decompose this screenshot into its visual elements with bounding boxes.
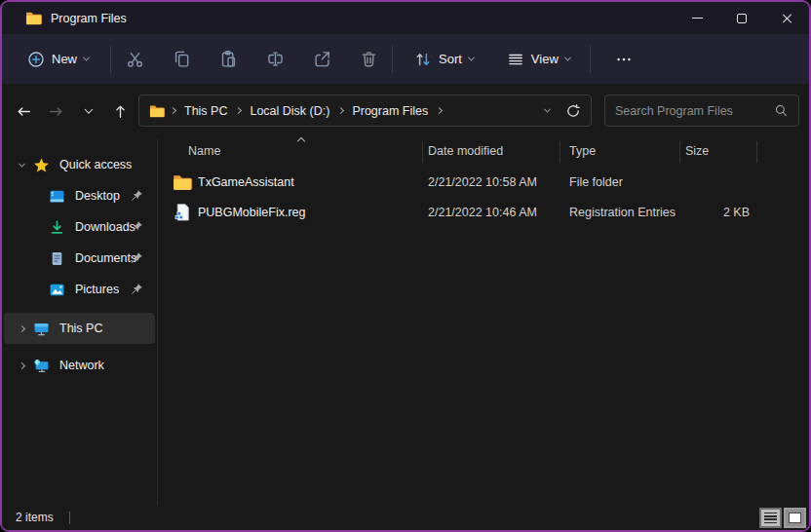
search-placeholder: Search Program Files: [615, 104, 733, 118]
breadcrumb-local-disk-d[interactable]: Local Disk (D:): [247, 104, 332, 118]
file-name: TxGameAssistant: [198, 175, 294, 189]
column-headers: Name Date modified Type Size: [158, 138, 809, 166]
download-icon: [49, 219, 65, 236]
file-name: PUBGMobileFix.reg: [198, 206, 305, 219]
details-view-icon: [764, 513, 777, 523]
title-bar: Program Files: [2, 2, 809, 34]
details-view-button[interactable]: [759, 508, 782, 528]
sidebar-item-label: Downloads: [75, 220, 135, 234]
command-bar: New: [2, 34, 809, 84]
sort-button-label: Sort: [439, 52, 462, 66]
sidebar-item-desktop[interactable]: Desktop: [4, 180, 155, 211]
file-type: File folder: [569, 175, 623, 189]
chevron-down-icon: [564, 55, 571, 61]
copy-icon: [173, 50, 191, 68]
new-button-label: New: [52, 52, 77, 66]
this-pc-icon: [33, 321, 50, 337]
pin-icon: [131, 251, 143, 264]
items-count: 2 items: [16, 511, 54, 524]
chevron-right-icon: [18, 361, 24, 368]
sort-ascending-icon: [297, 137, 305, 145]
sidebar-item-this-pc[interactable]: This PC: [4, 313, 155, 344]
column-header-name[interactable]: Name: [188, 144, 220, 158]
refresh-icon[interactable]: [565, 103, 581, 119]
up-button[interactable]: [105, 96, 135, 127]
search-icon: [774, 103, 789, 118]
back-button[interactable]: [9, 96, 39, 127]
breadcrumb-this-pc[interactable]: This PC: [181, 104, 230, 118]
breadcrumb-chevron-icon: [337, 107, 344, 114]
breadcrumb-chevron-icon: [436, 107, 443, 114]
sidebar-item-documents[interactable]: Documents: [4, 243, 155, 274]
cut-icon: [126, 50, 144, 68]
explorer-window: Program Files New: [0, 0, 811, 532]
breadcrumb-chevron-icon: [235, 107, 242, 114]
delete-icon: [360, 50, 378, 68]
navigation-buttons: [9, 96, 135, 127]
column-header-size[interactable]: Size: [685, 144, 709, 158]
see-more-button[interactable]: [600, 42, 647, 77]
new-button[interactable]: New: [18, 42, 98, 77]
column-divider[interactable]: [422, 141, 423, 163]
sidebar-item-downloads[interactable]: Downloads: [4, 211, 155, 243]
column-divider[interactable]: [560, 141, 560, 163]
rename-icon: [266, 50, 285, 68]
column-header-type[interactable]: Type: [569, 144, 596, 158]
recent-locations-button[interactable]: [73, 96, 103, 127]
sidebar-item-label: Documents: [75, 251, 136, 265]
plus-circle-icon: [27, 51, 45, 68]
folder-icon: [25, 10, 42, 26]
view-button[interactable]: View: [497, 42, 580, 77]
close-icon: [781, 13, 792, 24]
ellipsis-icon: [615, 51, 633, 68]
chevron-down-icon: [18, 160, 24, 167]
address-row: This PC Local Disk (D:) Program Files Se…: [2, 84, 809, 138]
rename-button[interactable]: [251, 42, 298, 77]
document-icon: [49, 250, 65, 267]
large-icons-view-icon: [789, 513, 801, 523]
column-header-date-modified[interactable]: Date modified: [428, 144, 503, 158]
sidebar-item-network[interactable]: Network: [4, 350, 155, 381]
sidebar-item-label: Pictures: [75, 283, 119, 296]
up-arrow-icon: [112, 103, 129, 120]
address-bar[interactable]: This PC Local Disk (D:) Program Files: [138, 95, 592, 127]
chevron-down-icon: [83, 55, 90, 61]
pin-icon: [131, 189, 143, 202]
status-bar: 2 items: [2, 505, 809, 530]
file-date-modified: 2/21/2022 10:46 AM: [428, 206, 537, 219]
sidebar-item-label: Network: [59, 359, 104, 372]
share-button[interactable]: [298, 42, 345, 77]
folder-icon: [173, 172, 192, 192]
large-icons-view-button[interactable]: [784, 508, 806, 528]
network-icon: [33, 358, 50, 374]
file-row-pubgmobilefix-reg[interactable]: PUBGMobileFix.reg 2/21/2022 10:46 AM Reg…: [160, 198, 803, 228]
sidebar-item-quick-access[interactable]: Quick access: [4, 149, 155, 180]
forward-button[interactable]: [41, 96, 71, 127]
copy-button[interactable]: [158, 42, 205, 77]
sidebar-item-label: Desktop: [75, 189, 120, 203]
registry-file-icon: [173, 203, 192, 222]
toolbar-separator: [590, 46, 591, 73]
column-divider[interactable]: [679, 141, 680, 163]
delete-button[interactable]: [345, 42, 392, 77]
file-date-modified: 2/21/2022 10:58 AM: [428, 175, 537, 189]
breadcrumb-chevron-icon: [170, 107, 176, 114]
forward-arrow-icon: [48, 103, 64, 120]
breadcrumb-program-files[interactable]: Program Files: [349, 104, 431, 118]
view-toggles: [759, 508, 806, 528]
paste-button[interactable]: [205, 42, 251, 77]
pin-icon: [131, 283, 143, 295]
content-area: Quick access Desktop Do: [2, 138, 809, 505]
column-divider[interactable]: [756, 141, 757, 163]
sidebar-item-pictures[interactable]: Pictures: [4, 274, 155, 305]
search-box[interactable]: Search Program Files: [604, 95, 799, 127]
address-bar-actions: [545, 103, 581, 119]
navigation-pane: Quick access Desktop Do: [2, 138, 158, 505]
minimize-button[interactable]: [675, 2, 719, 34]
cut-button[interactable]: [111, 42, 158, 77]
sort-button[interactable]: Sort: [405, 42, 483, 77]
file-row-txgameassistant[interactable]: TxGameAssistant 2/21/2022 10:58 AM File …: [160, 168, 803, 198]
address-dropdown-icon[interactable]: [544, 106, 551, 113]
close-button[interactable]: [764, 2, 809, 34]
maximize-button[interactable]: [719, 2, 764, 34]
